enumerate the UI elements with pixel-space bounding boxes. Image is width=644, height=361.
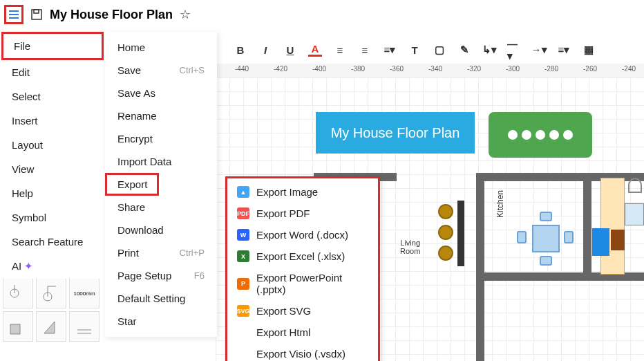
chair-shape[interactable]	[540, 212, 552, 221]
word-file-icon: W	[237, 229, 249, 241]
menu-edit[interactable]: Edit	[1, 60, 104, 84]
shape-thumb[interactable]: 1000mm	[69, 278, 100, 308]
blank-file-icon	[237, 348, 249, 360]
living-room-label: Living Room	[400, 239, 420, 255]
garden-shape[interactable]	[489, 112, 592, 158]
toilet-fixture[interactable]	[628, 178, 642, 193]
formatting-toolbar: B I U A ≡ ≡ ≡▾ T ▢ ✎ ↳▾ —▾ →▾ ≡▾ ▦	[228, 39, 644, 61]
submenu-export[interactable]: Export	[105, 173, 217, 196]
submenu-home[interactable]: Home	[105, 36, 217, 59]
export-word[interactable]: WExport Word (.docx)	[227, 224, 378, 246]
submenu-download[interactable]: Download	[105, 219, 217, 241]
submenu-print[interactable]: PrintCtrl+P	[105, 241, 217, 264]
submenu-save[interactable]: SaveCtrl+S	[105, 59, 217, 82]
italic-button[interactable]: I	[258, 43, 272, 57]
canvas-title-banner[interactable]: My House Floor Plan	[316, 112, 475, 154]
font-color-button[interactable]: A	[308, 43, 322, 57]
list-button[interactable]: ≡▾	[557, 43, 571, 57]
menu-symbol[interactable]: Symbol	[1, 205, 104, 230]
export-excel[interactable]: XExport Excel (.xlsx)	[227, 246, 378, 267]
submenu-star[interactable]: Star	[105, 310, 217, 333]
submenu-save-as[interactable]: Save As	[105, 82, 217, 104]
horizontal-ruler: -440 -420 -400 -380 -360 -340 -320 -300 …	[216, 64, 644, 77]
line-spacing-button[interactable]: ≡▾	[383, 43, 397, 57]
image-file-icon: ▲	[237, 186, 249, 198]
export-svg[interactable]: SVGExport SVG	[227, 300, 378, 322]
menu-search-feature[interactable]: Search Feature	[1, 230, 104, 254]
sink-fixture[interactable]	[625, 203, 644, 225]
fridge-fixture[interactable]	[592, 228, 609, 256]
powerpoint-file-icon: P	[237, 278, 249, 290]
excel-file-icon: X	[237, 250, 249, 262]
kitchen-counter[interactable]	[600, 178, 625, 275]
submenu-import-data[interactable]: Import Data	[105, 150, 217, 173]
dining-table[interactable]	[532, 225, 560, 252]
grid-button[interactable]: ▦	[582, 43, 596, 57]
kitchen-label: Kitchen	[495, 190, 505, 218]
shape-thumb[interactable]	[36, 278, 66, 308]
shape-thumb[interactable]	[69, 311, 100, 342]
export-submenu: ▲Export Image PDFExport PDF WExport Word…	[225, 176, 380, 361]
document-title: My House Floor Plan	[50, 8, 173, 22]
submenu-encrypt[interactable]: Encrypt	[105, 127, 217, 150]
submenu-default-setting[interactable]: Default Setting	[105, 287, 217, 310]
chair-shape[interactable]	[517, 231, 527, 243]
blank-file-icon	[237, 326, 249, 338]
align-left-button[interactable]: ≡	[333, 43, 347, 57]
svg-rect-9	[10, 324, 20, 334]
underline-button[interactable]: U	[283, 43, 297, 57]
export-powerpoint[interactable]: PExport PowerPoint (.pptx)	[227, 267, 378, 300]
shape-thumb[interactable]	[3, 278, 33, 308]
export-image[interactable]: ▲Export Image	[227, 181, 378, 203]
menu-view[interactable]: View	[1, 157, 104, 181]
menu-ai[interactable]: AI✦	[1, 254, 104, 279]
chair-shape[interactable]	[564, 231, 574, 243]
favorite-star-icon[interactable]: ☆	[180, 7, 191, 22]
arrow-style-button[interactable]: →▾	[532, 43, 546, 57]
export-visio[interactable]: Export Visio (.vsdx)	[227, 343, 378, 361]
submenu-rename[interactable]: Rename	[105, 104, 217, 127]
counter-shape[interactable]	[457, 201, 464, 266]
main-menu: File Edit Select Insert Layout View Help…	[1, 32, 104, 279]
menu-select[interactable]: Select	[1, 84, 104, 109]
text-tool-button[interactable]: T	[408, 43, 422, 57]
svg-rect-1	[34, 10, 39, 13]
menu-layout[interactable]: Layout	[1, 133, 104, 157]
svg-file-icon: SVG	[237, 305, 249, 317]
bold-button[interactable]: B	[234, 43, 247, 57]
stool-shape[interactable]	[438, 204, 453, 219]
menu-file[interactable]: File	[1, 32, 104, 60]
stool-shape[interactable]	[438, 246, 453, 261]
chair-shape[interactable]	[540, 256, 552, 266]
pdf-file-icon: PDF	[237, 207, 249, 219]
hamburger-menu[interactable]	[4, 5, 23, 24]
shape-tool-button[interactable]: ▢	[433, 43, 446, 57]
cabinet-fixture[interactable]	[611, 230, 625, 250]
shape-thumb[interactable]	[3, 311, 33, 342]
menu-insert[interactable]: Insert	[1, 109, 104, 133]
submenu-page-setup[interactable]: Page SetupF6	[105, 264, 217, 287]
export-html[interactable]: Export Html	[227, 322, 378, 343]
highlight-button[interactable]: ✎	[457, 43, 471, 57]
file-submenu: Home SaveCtrl+S Save As Rename Encrypt I…	[105, 32, 217, 337]
save-icon[interactable]	[30, 8, 43, 21]
shape-thumb[interactable]	[36, 311, 66, 342]
svg-rect-0	[32, 10, 41, 19]
align-center-button[interactable]: ≡	[358, 43, 372, 57]
submenu-share[interactable]: Share	[105, 196, 217, 219]
line-style-button[interactable]: —▾	[507, 43, 521, 57]
menu-help[interactable]: Help	[1, 181, 104, 205]
connector-button[interactable]: ↳▾	[482, 43, 496, 57]
stool-shape[interactable]	[438, 225, 453, 240]
sparkle-icon: ✦	[24, 260, 33, 272]
export-pdf[interactable]: PDFExport PDF	[227, 203, 378, 224]
